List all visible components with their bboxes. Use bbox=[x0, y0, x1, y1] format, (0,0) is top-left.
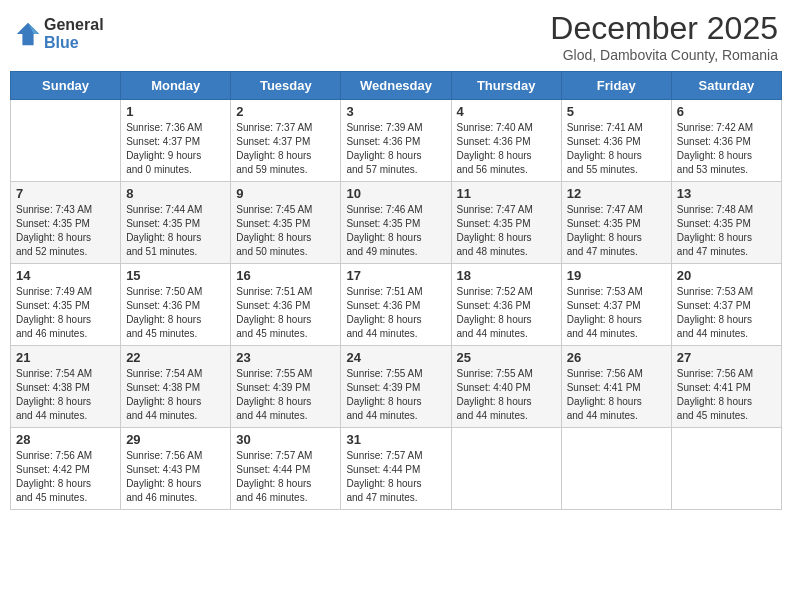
day-info: Sunrise: 7:56 AMSunset: 4:41 PMDaylight:… bbox=[567, 367, 666, 423]
day-number: 7 bbox=[16, 186, 115, 201]
day-number: 21 bbox=[16, 350, 115, 365]
calendar-cell: 1Sunrise: 7:36 AMSunset: 4:37 PMDaylight… bbox=[121, 100, 231, 182]
calendar-cell: 12Sunrise: 7:47 AMSunset: 4:35 PMDayligh… bbox=[561, 182, 671, 264]
day-info: Sunrise: 7:47 AMSunset: 4:35 PMDaylight:… bbox=[457, 203, 556, 259]
day-info: Sunrise: 7:55 AMSunset: 4:40 PMDaylight:… bbox=[457, 367, 556, 423]
day-info: Sunrise: 7:40 AMSunset: 4:36 PMDaylight:… bbox=[457, 121, 556, 177]
calendar-cell: 28Sunrise: 7:56 AMSunset: 4:42 PMDayligh… bbox=[11, 428, 121, 510]
day-number: 9 bbox=[236, 186, 335, 201]
calendar-header-saturday: Saturday bbox=[671, 72, 781, 100]
title-area: December 2025 Glod, Dambovita County, Ro… bbox=[550, 10, 778, 63]
day-number: 4 bbox=[457, 104, 556, 119]
day-number: 31 bbox=[346, 432, 445, 447]
logo-general-text: General bbox=[44, 16, 104, 34]
calendar-cell: 10Sunrise: 7:46 AMSunset: 4:35 PMDayligh… bbox=[341, 182, 451, 264]
day-info: Sunrise: 7:56 AMSunset: 4:43 PMDaylight:… bbox=[126, 449, 225, 505]
day-number: 30 bbox=[236, 432, 335, 447]
calendar-cell: 6Sunrise: 7:42 AMSunset: 4:36 PMDaylight… bbox=[671, 100, 781, 182]
day-number: 20 bbox=[677, 268, 776, 283]
day-number: 13 bbox=[677, 186, 776, 201]
calendar-cell: 29Sunrise: 7:56 AMSunset: 4:43 PMDayligh… bbox=[121, 428, 231, 510]
calendar-cell: 20Sunrise: 7:53 AMSunset: 4:37 PMDayligh… bbox=[671, 264, 781, 346]
calendar-cell: 15Sunrise: 7:50 AMSunset: 4:36 PMDayligh… bbox=[121, 264, 231, 346]
day-info: Sunrise: 7:56 AMSunset: 4:42 PMDaylight:… bbox=[16, 449, 115, 505]
day-number: 24 bbox=[346, 350, 445, 365]
month-year-title: December 2025 bbox=[550, 10, 778, 47]
day-number: 29 bbox=[126, 432, 225, 447]
day-number: 19 bbox=[567, 268, 666, 283]
calendar-cell: 24Sunrise: 7:55 AMSunset: 4:39 PMDayligh… bbox=[341, 346, 451, 428]
day-info: Sunrise: 7:54 AMSunset: 4:38 PMDaylight:… bbox=[126, 367, 225, 423]
logo-blue-text: Blue bbox=[44, 34, 104, 52]
calendar-cell: 17Sunrise: 7:51 AMSunset: 4:36 PMDayligh… bbox=[341, 264, 451, 346]
calendar-cell bbox=[561, 428, 671, 510]
day-info: Sunrise: 7:46 AMSunset: 4:35 PMDaylight:… bbox=[346, 203, 445, 259]
day-info: Sunrise: 7:48 AMSunset: 4:35 PMDaylight:… bbox=[677, 203, 776, 259]
day-info: Sunrise: 7:51 AMSunset: 4:36 PMDaylight:… bbox=[236, 285, 335, 341]
calendar-cell: 19Sunrise: 7:53 AMSunset: 4:37 PMDayligh… bbox=[561, 264, 671, 346]
calendar-cell: 3Sunrise: 7:39 AMSunset: 4:36 PMDaylight… bbox=[341, 100, 451, 182]
calendar-cell: 25Sunrise: 7:55 AMSunset: 4:40 PMDayligh… bbox=[451, 346, 561, 428]
day-info: Sunrise: 7:44 AMSunset: 4:35 PMDaylight:… bbox=[126, 203, 225, 259]
day-number: 26 bbox=[567, 350, 666, 365]
calendar-cell bbox=[451, 428, 561, 510]
calendar-header-sunday: Sunday bbox=[11, 72, 121, 100]
calendar-cell: 26Sunrise: 7:56 AMSunset: 4:41 PMDayligh… bbox=[561, 346, 671, 428]
calendar-cell: 2Sunrise: 7:37 AMSunset: 4:37 PMDaylight… bbox=[231, 100, 341, 182]
calendar-cell: 31Sunrise: 7:57 AMSunset: 4:44 PMDayligh… bbox=[341, 428, 451, 510]
calendar-cell: 16Sunrise: 7:51 AMSunset: 4:36 PMDayligh… bbox=[231, 264, 341, 346]
day-info: Sunrise: 7:53 AMSunset: 4:37 PMDaylight:… bbox=[567, 285, 666, 341]
calendar-cell: 27Sunrise: 7:56 AMSunset: 4:41 PMDayligh… bbox=[671, 346, 781, 428]
day-info: Sunrise: 7:43 AMSunset: 4:35 PMDaylight:… bbox=[16, 203, 115, 259]
day-info: Sunrise: 7:45 AMSunset: 4:35 PMDaylight:… bbox=[236, 203, 335, 259]
day-number: 14 bbox=[16, 268, 115, 283]
day-number: 5 bbox=[567, 104, 666, 119]
day-info: Sunrise: 7:55 AMSunset: 4:39 PMDaylight:… bbox=[236, 367, 335, 423]
calendar-cell: 8Sunrise: 7:44 AMSunset: 4:35 PMDaylight… bbox=[121, 182, 231, 264]
day-info: Sunrise: 7:36 AMSunset: 4:37 PMDaylight:… bbox=[126, 121, 225, 177]
day-info: Sunrise: 7:50 AMSunset: 4:36 PMDaylight:… bbox=[126, 285, 225, 341]
day-number: 16 bbox=[236, 268, 335, 283]
calendar-cell bbox=[671, 428, 781, 510]
calendar-cell: 9Sunrise: 7:45 AMSunset: 4:35 PMDaylight… bbox=[231, 182, 341, 264]
calendar-header-friday: Friday bbox=[561, 72, 671, 100]
day-info: Sunrise: 7:52 AMSunset: 4:36 PMDaylight:… bbox=[457, 285, 556, 341]
calendar-header-monday: Monday bbox=[121, 72, 231, 100]
calendar-cell bbox=[11, 100, 121, 182]
calendar-cell: 11Sunrise: 7:47 AMSunset: 4:35 PMDayligh… bbox=[451, 182, 561, 264]
day-info: Sunrise: 7:39 AMSunset: 4:36 PMDaylight:… bbox=[346, 121, 445, 177]
day-number: 23 bbox=[236, 350, 335, 365]
day-info: Sunrise: 7:41 AMSunset: 4:36 PMDaylight:… bbox=[567, 121, 666, 177]
day-info: Sunrise: 7:53 AMSunset: 4:37 PMDaylight:… bbox=[677, 285, 776, 341]
day-info: Sunrise: 7:47 AMSunset: 4:35 PMDaylight:… bbox=[567, 203, 666, 259]
calendar-table: SundayMondayTuesdayWednesdayThursdayFrid… bbox=[10, 71, 782, 510]
day-info: Sunrise: 7:56 AMSunset: 4:41 PMDaylight:… bbox=[677, 367, 776, 423]
day-number: 6 bbox=[677, 104, 776, 119]
day-info: Sunrise: 7:57 AMSunset: 4:44 PMDaylight:… bbox=[236, 449, 335, 505]
calendar-cell: 22Sunrise: 7:54 AMSunset: 4:38 PMDayligh… bbox=[121, 346, 231, 428]
day-info: Sunrise: 7:54 AMSunset: 4:38 PMDaylight:… bbox=[16, 367, 115, 423]
calendar-cell: 7Sunrise: 7:43 AMSunset: 4:35 PMDaylight… bbox=[11, 182, 121, 264]
day-number: 25 bbox=[457, 350, 556, 365]
day-number: 12 bbox=[567, 186, 666, 201]
calendar-cell: 14Sunrise: 7:49 AMSunset: 4:35 PMDayligh… bbox=[11, 264, 121, 346]
day-number: 27 bbox=[677, 350, 776, 365]
day-number: 18 bbox=[457, 268, 556, 283]
calendar-cell: 30Sunrise: 7:57 AMSunset: 4:44 PMDayligh… bbox=[231, 428, 341, 510]
day-info: Sunrise: 7:37 AMSunset: 4:37 PMDaylight:… bbox=[236, 121, 335, 177]
calendar-cell: 5Sunrise: 7:41 AMSunset: 4:36 PMDaylight… bbox=[561, 100, 671, 182]
calendar-cell: 4Sunrise: 7:40 AMSunset: 4:36 PMDaylight… bbox=[451, 100, 561, 182]
day-number: 3 bbox=[346, 104, 445, 119]
logo-icon bbox=[14, 20, 42, 48]
calendar-header-wednesday: Wednesday bbox=[341, 72, 451, 100]
day-number: 11 bbox=[457, 186, 556, 201]
day-number: 28 bbox=[16, 432, 115, 447]
header: General Blue December 2025 Glod, Dambovi… bbox=[10, 10, 782, 63]
day-info: Sunrise: 7:42 AMSunset: 4:36 PMDaylight:… bbox=[677, 121, 776, 177]
calendar-header-tuesday: Tuesday bbox=[231, 72, 341, 100]
day-info: Sunrise: 7:49 AMSunset: 4:35 PMDaylight:… bbox=[16, 285, 115, 341]
day-number: 15 bbox=[126, 268, 225, 283]
calendar-cell: 23Sunrise: 7:55 AMSunset: 4:39 PMDayligh… bbox=[231, 346, 341, 428]
day-number: 2 bbox=[236, 104, 335, 119]
day-info: Sunrise: 7:55 AMSunset: 4:39 PMDaylight:… bbox=[346, 367, 445, 423]
